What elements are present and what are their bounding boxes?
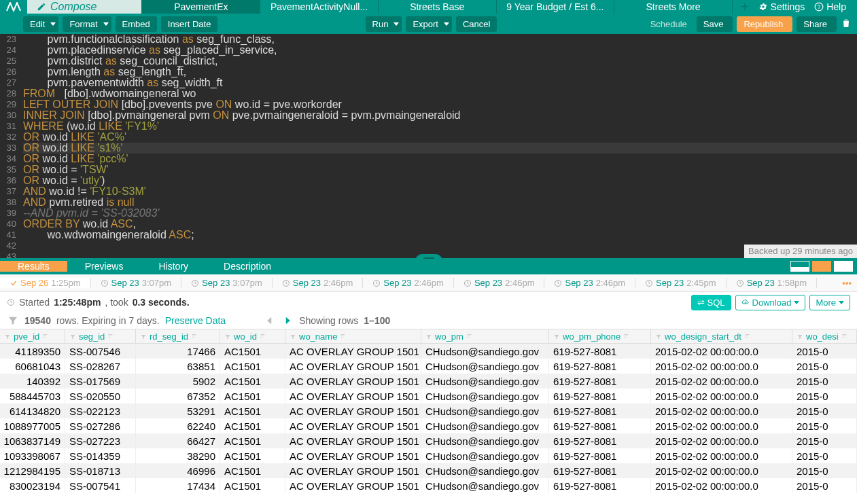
- filter-icon[interactable]: [4, 333, 11, 340]
- schedule-button[interactable]: Schedule: [645, 16, 693, 32]
- sql-button[interactable]: ⇌ SQL: [691, 295, 731, 310]
- resize-handle[interactable]: [415, 254, 442, 262]
- file-tab[interactable]: PavementEx: [141, 0, 260, 14]
- run-tab[interactable]: Sep 23 3:07pm: [91, 278, 182, 288]
- format-button[interactable]: Format: [63, 16, 111, 32]
- run-history-more[interactable]: •••: [837, 278, 857, 288]
- table-row[interactable]: 41189350SS-00754617466AC1501AC OVERLAY G…: [0, 344, 857, 359]
- svg-rect-36: [842, 336, 845, 336]
- column-header[interactable]: wo_id: [220, 329, 285, 343]
- column-header[interactable]: wo_pm: [421, 329, 549, 343]
- table-cell: AC1501: [220, 344, 285, 359]
- table-row[interactable]: 140392SS-0175695902AC1501AC OVERLAY GROU…: [0, 374, 857, 389]
- file-tab[interactable]: PavementActivityNull...: [260, 0, 378, 14]
- column-header[interactable]: wo_desi: [792, 329, 857, 343]
- table-row[interactable]: 830023194SS-00754117434AC1501AC OVERLAY …: [0, 478, 857, 493]
- table-cell: 619-527-8081: [549, 374, 651, 389]
- column-header[interactable]: seg_id: [65, 329, 136, 343]
- run-tab[interactable]: Sep 23 3:07pm: [181, 278, 273, 288]
- help-link[interactable]: ?Help: [814, 1, 849, 12]
- table-cell: AC OVERLAY GROUP 1501: [285, 463, 421, 478]
- column-header[interactable]: wo_pm_phone: [549, 329, 651, 343]
- file-tab[interactable]: Streets Base: [378, 0, 496, 14]
- filter-icon[interactable]: [655, 333, 662, 340]
- sort-icon[interactable]: [191, 333, 198, 340]
- file-tab[interactable]: 9 Year Budget / Est 6...: [496, 0, 614, 14]
- republish-button[interactable]: Republish: [737, 16, 792, 32]
- table-cell: 2015-0: [792, 478, 857, 493]
- filter-icon[interactable]: [7, 314, 19, 327]
- column-header[interactable]: wo_name: [285, 329, 421, 343]
- cancel-button[interactable]: Cancel: [456, 16, 497, 32]
- view-split-icon[interactable]: [790, 261, 809, 272]
- share-button[interactable]: Share: [797, 16, 837, 32]
- insert-date-button[interactable]: Insert Date: [161, 16, 218, 32]
- app-logo[interactable]: [0, 0, 27, 14]
- sort-icon[interactable]: [340, 333, 347, 340]
- table-row[interactable]: 60681043SS-02826763851AC1501AC OVERLAY G…: [0, 359, 857, 374]
- filter-icon[interactable]: [425, 333, 432, 340]
- delete-button[interactable]: [841, 18, 852, 31]
- preserve-data-link[interactable]: Preserve Data: [165, 315, 226, 326]
- next-page-icon[interactable]: [281, 314, 294, 327]
- table-cell: AC OVERLAY GROUP 1501: [285, 344, 421, 359]
- table-cell: 60681043: [0, 359, 65, 374]
- more-button[interactable]: More: [809, 295, 850, 310]
- run-button[interactable]: Run: [366, 16, 402, 32]
- sort-icon[interactable]: [260, 333, 266, 340]
- run-tab[interactable]: Sep 23 2:46pm: [544, 278, 635, 288]
- table-cell: AC OVERLAY GROUP 1501: [285, 418, 421, 433]
- sort-icon[interactable]: [623, 333, 630, 340]
- sort-icon[interactable]: [841, 333, 848, 340]
- run-tab[interactable]: Sep 23 1:58pm: [727, 278, 818, 288]
- add-tab-button[interactable]: +: [741, 0, 749, 14]
- sort-icon[interactable]: [42, 333, 49, 340]
- filter-icon[interactable]: [797, 333, 803, 340]
- table-row[interactable]: 1063837149SS-02722366427AC1501AC OVERLAY…: [0, 433, 857, 448]
- table-cell: CHudson@sandiego.gov: [421, 403, 549, 418]
- run-tab[interactable]: Sep 23 2:46pm: [454, 278, 545, 288]
- column-header[interactable]: pve_id: [0, 329, 65, 343]
- table-row[interactable]: 1212984195SS-01871346996AC1501AC OVERLAY…: [0, 463, 857, 478]
- filter-icon[interactable]: [553, 333, 560, 340]
- save-button[interactable]: Save: [697, 16, 733, 32]
- view-half-icon[interactable]: [812, 261, 831, 272]
- table-row[interactable]: 1088977005SS-02728662240AC1501AC OVERLAY…: [0, 418, 857, 433]
- download-button[interactable]: Download: [735, 295, 806, 310]
- table-cell: 2015-02-02 00:00:00.0: [651, 374, 792, 389]
- results-nav-tab[interactable]: History: [141, 261, 206, 272]
- table-cell: 2015-0: [792, 374, 857, 389]
- results-nav-tab[interactable]: Previews: [67, 261, 141, 272]
- run-tab[interactable]: Sep 23 2:45pm: [635, 278, 727, 288]
- table-row[interactable]: 614134820SS-02212353291AC1501AC OVERLAY …: [0, 403, 857, 418]
- results-nav-tab[interactable]: Results: [0, 261, 67, 272]
- column-header[interactable]: rd_seg_id: [136, 329, 220, 343]
- sort-icon[interactable]: [107, 333, 114, 340]
- file-tab[interactable]: Streets More: [614, 0, 732, 14]
- prev-page-icon[interactable]: [264, 314, 276, 327]
- svg-rect-19: [192, 337, 194, 338]
- compose-button[interactable]: Compose: [27, 0, 141, 14]
- embed-button[interactable]: Embed: [116, 16, 157, 32]
- table-row[interactable]: 1093398067SS-01435938290AC1501AC OVERLAY…: [0, 448, 857, 463]
- column-header[interactable]: wo_design_start_dt: [651, 329, 792, 343]
- sql-editor[interactable]: 2324252627282930313233343536373839404142…: [0, 34, 857, 258]
- check-icon: [10, 279, 18, 287]
- view-full-icon[interactable]: [834, 261, 853, 272]
- run-tab[interactable]: Sep 23 2:46pm: [273, 278, 364, 288]
- table-row[interactable]: 588445703SS-02055067352AC1501AC OVERLAY …: [0, 389, 857, 403]
- sort-icon[interactable]: [466, 333, 473, 340]
- sort-icon[interactable]: [744, 333, 751, 340]
- edit-button[interactable]: Edit: [23, 16, 58, 32]
- filter-icon[interactable]: [69, 333, 76, 340]
- run-tab[interactable]: Sep 23 2:46pm: [363, 278, 454, 288]
- filter-icon[interactable]: [224, 333, 231, 340]
- filter-icon[interactable]: [140, 333, 147, 340]
- results-nav-tab[interactable]: Description: [206, 261, 289, 272]
- run-tab[interactable]: Sep 26 1:25pm: [0, 278, 91, 288]
- settings-link[interactable]: Settings: [758, 1, 805, 12]
- clock-icon: [736, 279, 744, 287]
- filter-icon[interactable]: [290, 333, 296, 340]
- table-cell: SS-018713: [65, 463, 136, 478]
- export-button[interactable]: Export: [406, 16, 452, 32]
